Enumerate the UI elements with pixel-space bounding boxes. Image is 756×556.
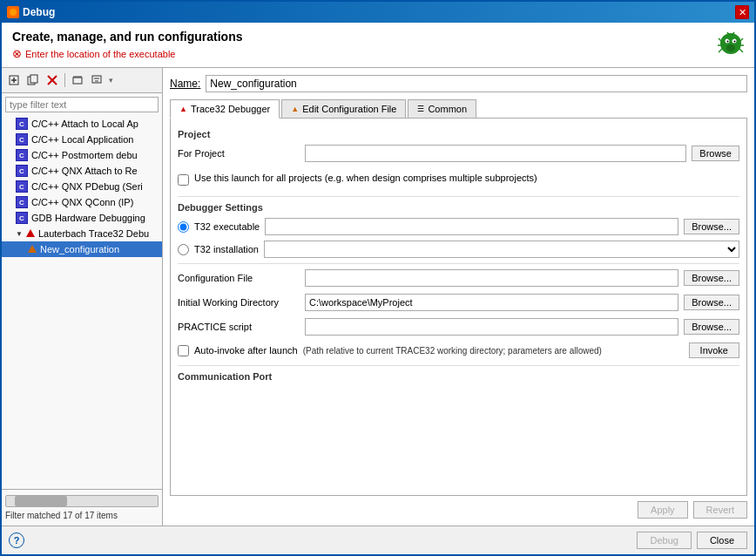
svg-rect-25 xyxy=(92,76,101,83)
config-file-label: Configuration File xyxy=(178,273,300,283)
invoke-button[interactable]: Invoke xyxy=(689,342,739,358)
tab-edit-icon: ▲ xyxy=(291,105,299,113)
communication-port-header: Communication Port xyxy=(178,371,739,382)
svg-point-13 xyxy=(727,35,734,40)
c-icon: C xyxy=(16,118,28,130)
svg-rect-20 xyxy=(30,75,37,83)
tree-item-label: C/C++ QNX PDebug (Seri xyxy=(31,181,143,192)
svg-line-12 xyxy=(739,49,743,52)
tree-item-attach-local[interactable]: C C/C++ Attach to Local Ap xyxy=(2,116,162,132)
header-subtitle: ⊗ Enter the location of the executable xyxy=(12,47,744,60)
tab-edit-label: Edit Configuration File xyxy=(302,104,396,114)
t32-executable-input[interactable] xyxy=(265,218,678,235)
c-icon: C xyxy=(16,196,28,208)
tree-item-qnx-qconn[interactable]: C C/C++ QNX QConn (IP) xyxy=(2,194,162,210)
tree-item-label: C/C++ Postmortem debu xyxy=(31,150,138,160)
practice-script-browse-button[interactable]: Browse... xyxy=(684,319,739,335)
t32-installation-radio[interactable] xyxy=(178,244,189,255)
new-config-button[interactable] xyxy=(5,71,23,89)
name-row: Name: xyxy=(170,75,747,92)
apply-button[interactable]: Apply xyxy=(638,501,688,519)
debug-window: Debug ✕ Create, manage, and run configur… xyxy=(0,0,756,556)
footer: ? Debug Close xyxy=(2,525,754,554)
config-file-row: Configuration File Browse... xyxy=(178,269,739,287)
tree-item-postmortem[interactable]: C C/C++ Postmortem debu xyxy=(2,147,162,163)
name-underline: Name: xyxy=(170,78,200,90)
window-icon xyxy=(7,6,19,18)
collapse-button[interactable] xyxy=(69,71,86,89)
autoinvoke-checkbox[interactable] xyxy=(178,345,189,356)
tree-item-qnx-attach[interactable]: C C/C++ QNX Attach to Re xyxy=(2,163,162,179)
triangle-icon-selected xyxy=(26,243,38,255)
t32-executable-browse-button[interactable]: Browse... xyxy=(684,219,739,234)
svg-point-4 xyxy=(727,41,729,43)
filter-button[interactable] xyxy=(88,71,105,89)
tree-list: C C/C++ Attach to Local Ap C C/C++ Local… xyxy=(2,116,162,489)
practice-script-input[interactable] xyxy=(305,318,678,336)
use-launch-checkbox[interactable] xyxy=(178,174,189,186)
practice-script-label: PRACTICE script xyxy=(178,322,300,332)
tree-item-label: C/C++ Attach to Local Ap xyxy=(31,119,138,129)
duplicate-config-button[interactable] xyxy=(24,71,42,89)
delete-config-button[interactable] xyxy=(44,71,61,89)
toolbar: ▾ xyxy=(2,68,162,93)
dropdown-arrow[interactable]: ▾ xyxy=(109,76,113,85)
svg-line-9 xyxy=(719,49,722,52)
tabs: ▲ Trace32 Debugger ▲ Edit Configuration … xyxy=(170,99,747,119)
revert-button[interactable]: Revert xyxy=(693,501,747,519)
header-subtitle-text: Enter the location of the executable xyxy=(25,49,175,59)
t32-installation-select[interactable] xyxy=(264,241,739,258)
t32-executable-radio[interactable] xyxy=(178,221,189,233)
help-button[interactable]: ? xyxy=(9,532,24,548)
svg-point-6 xyxy=(726,44,735,51)
close-window-button[interactable]: ✕ xyxy=(735,5,749,19)
t32-installation-label: T32 installation xyxy=(194,244,259,254)
autoinvoke-row: Auto-invoke after launch (Path relative … xyxy=(178,342,739,358)
footer-right: Debug Close xyxy=(637,532,747,549)
tree-item-qnx-pdebug[interactable]: C C/C++ QNX PDebug (Seri xyxy=(2,179,162,194)
name-input[interactable] xyxy=(206,75,747,92)
left-panel: ▾ C C/C++ Attach to Local Ap C C/C++ Loc… xyxy=(2,68,163,525)
tab-edit-config[interactable]: ▲ Edit Configuration File xyxy=(281,99,406,118)
tab-common[interactable]: ☰ Common xyxy=(408,99,476,118)
tree-item-label: GDB Hardware Debugging xyxy=(31,213,145,223)
bottom-panel: Filter matched 17 of 17 items xyxy=(2,489,162,525)
working-dir-input[interactable] xyxy=(305,294,678,311)
tab-trace32-debugger[interactable]: ▲ Trace32 Debugger xyxy=(170,99,280,119)
for-project-input[interactable] xyxy=(305,145,686,162)
c-icon: C xyxy=(16,212,28,224)
tree-item-local-app[interactable]: C C/C++ Local Application xyxy=(2,132,162,147)
working-dir-row: Initial Working Directory Browse... xyxy=(178,294,739,311)
toolbar-separator xyxy=(64,73,65,87)
use-launch-checkbox-row: Use this launch for all projects (e.g. w… xyxy=(178,169,739,189)
header-area: Create, manage, and run configurations ⊗… xyxy=(2,23,754,68)
for-project-browse-button[interactable]: Browse xyxy=(692,146,739,161)
config-file-input[interactable] xyxy=(305,269,678,287)
svg-marker-28 xyxy=(26,229,35,237)
apply-revert-row: Apply Revert xyxy=(170,496,747,519)
name-label: Name: xyxy=(170,78,200,90)
svg-marker-29 xyxy=(28,245,37,253)
tab-common-icon: ☰ xyxy=(417,105,424,113)
for-project-label: For Project xyxy=(178,148,300,159)
tree-item-label: Lauterbach Trace32 Debu xyxy=(38,228,149,239)
debug-button[interactable]: Debug xyxy=(637,532,691,549)
title-bar: Debug ✕ xyxy=(2,2,754,23)
tree-item-new-config[interactable]: New_configuration xyxy=(2,241,162,257)
filter-input[interactable] xyxy=(5,97,159,112)
tree-item-gdb-hardware[interactable]: C GDB Hardware Debugging xyxy=(2,210,162,226)
main-content: ▾ C C/C++ Attach to Local Ap C C/C++ Loc… xyxy=(2,68,754,525)
horizontal-scrollbar[interactable] xyxy=(5,495,159,507)
right-panel: Name: ▲ Trace32 Debugger ▲ Edit Configur… xyxy=(163,68,754,525)
tree-item-trace32-group[interactable]: ▼ Lauterbach Trace32 Debu xyxy=(2,226,162,241)
svg-point-0 xyxy=(10,9,17,16)
c-icon: C xyxy=(16,133,28,146)
close-button[interactable]: Close xyxy=(697,532,747,549)
triangle-icon xyxy=(24,227,37,240)
working-dir-label: Initial Working Directory xyxy=(178,297,300,308)
header-title: Create, manage, and run configurations xyxy=(12,30,744,44)
working-dir-browse-button[interactable]: Browse... xyxy=(684,295,739,310)
use-launch-label: Use this launch for all projects (e.g. w… xyxy=(194,173,537,183)
config-file-browse-button[interactable]: Browse... xyxy=(684,270,739,286)
for-project-row: For Project Browse xyxy=(178,145,739,162)
